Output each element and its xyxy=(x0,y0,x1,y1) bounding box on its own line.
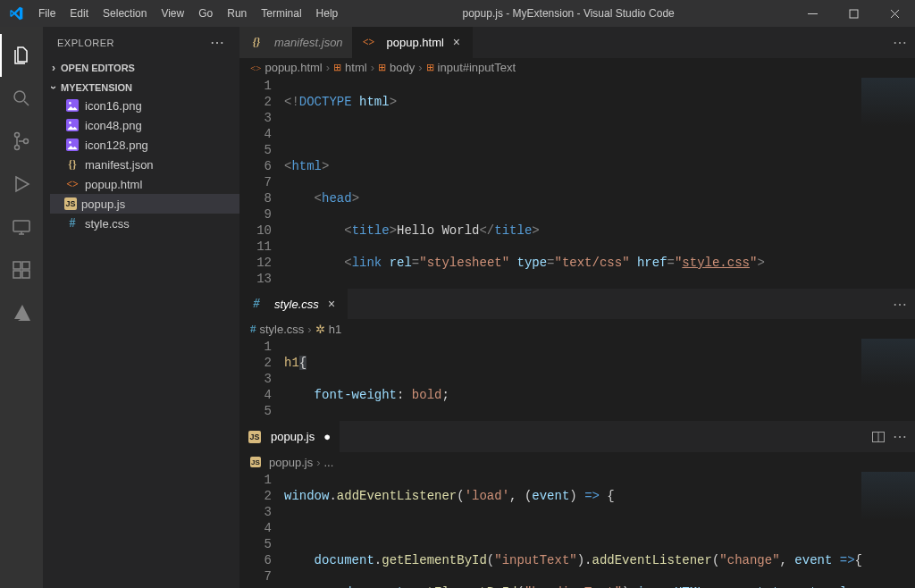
json-icon: {} xyxy=(64,158,80,172)
editor-more-icon[interactable]: ⋯ xyxy=(893,428,908,445)
minimap[interactable] xyxy=(861,472,915,525)
activity-bar xyxy=(0,27,43,588)
menu-view[interactable]: View xyxy=(154,0,191,27)
split-editor-icon[interactable] xyxy=(871,430,886,444)
html-icon: <> xyxy=(250,63,261,73)
search-icon[interactable] xyxy=(0,77,43,120)
file-icon48[interactable]: icon48.png xyxy=(50,115,239,135)
breadcrumb-mid[interactable]: # style.css › ✲ h1 xyxy=(239,319,915,339)
breadcrumb-top[interactable]: <> popup.html › ⊞ html › ⊞ body › ⊞ inpu… xyxy=(239,58,915,78)
tab-label: popup.html xyxy=(387,36,444,49)
svg-point-4 xyxy=(15,146,20,150)
code-editor-css[interactable]: 12345 h1{ font-weight: bold; color: dark… xyxy=(239,339,915,421)
file-popup-js[interactable]: JSpopup.js xyxy=(50,194,239,214)
window-title: popup.js - MyExtension - Visual Studio C… xyxy=(345,7,792,20)
minimap[interactable] xyxy=(861,339,915,392)
element-icon: ⊞ xyxy=(378,62,386,73)
minimize-button[interactable] xyxy=(792,0,833,27)
code-content[interactable]: window.addEventListener('load', (event) … xyxy=(284,472,915,588)
tab-style-css[interactable]: # style.css × xyxy=(239,289,348,320)
breadcrumb-item[interactable]: html xyxy=(345,61,367,74)
window-controls xyxy=(792,0,915,27)
file-label: style.css xyxy=(85,217,130,231)
breadcrumb-item[interactable]: h1 xyxy=(329,323,341,336)
html-icon: <> xyxy=(64,178,80,191)
js-icon: JS xyxy=(250,457,261,467)
tab-label: style.css xyxy=(274,298,319,311)
source-control-icon[interactable] xyxy=(0,120,43,163)
breadcrumb-item[interactable]: style.css xyxy=(260,323,305,336)
breadcrumb-item[interactable]: input#inputText xyxy=(438,61,516,74)
maximize-button[interactable] xyxy=(833,0,874,27)
azure-icon[interactable] xyxy=(0,291,43,334)
close-icon[interactable]: × xyxy=(324,297,339,311)
image-icon xyxy=(64,139,80,151)
svg-rect-1 xyxy=(850,10,858,18)
css-icon: # xyxy=(248,297,264,311)
code-editor-html[interactable]: 12345678910111213 <!DOCTYPE html> <html>… xyxy=(239,78,915,289)
project-section[interactable]: › MYEXTENSION xyxy=(43,80,239,96)
menu-selection[interactable]: Selection xyxy=(96,0,154,27)
code-editor-js[interactable]: 1234567 window.addEventListener('load', … xyxy=(239,472,915,588)
breadcrumb-item[interactable]: popup.js xyxy=(269,456,313,469)
svg-rect-7 xyxy=(13,262,21,269)
file-style-css[interactable]: #style.css xyxy=(50,214,239,233)
tab-label: manifest.json xyxy=(274,36,343,49)
project-label: MYEXTENSION xyxy=(61,82,132,93)
file-manifest[interactable]: {}manifest.json xyxy=(50,155,239,174)
remote-explorer-icon[interactable] xyxy=(0,206,43,248)
breadcrumb-item[interactable]: ... xyxy=(324,456,334,469)
code-content[interactable]: h1{ font-weight: bold; color: darkslateg… xyxy=(284,339,915,421)
file-popup-html[interactable]: <>popup.html xyxy=(50,174,239,194)
file-label: popup.html xyxy=(85,178,142,191)
svg-rect-0 xyxy=(808,13,818,14)
menu-help[interactable]: Help xyxy=(309,0,346,27)
tab-popup-html[interactable]: <> popup.html × xyxy=(352,27,473,58)
menu-run[interactable]: Run xyxy=(220,0,254,27)
svg-point-5 xyxy=(24,139,29,144)
tab-popup-js[interactable]: JS popup.js ● xyxy=(239,421,340,452)
json-icon: {} xyxy=(248,36,264,49)
element-icon: ⊞ xyxy=(426,62,434,73)
image-icon xyxy=(64,119,80,131)
vscode-logo-icon xyxy=(0,6,31,21)
modified-indicator: ● xyxy=(320,430,331,443)
editor-tabs-mid: # style.css × ⋯ xyxy=(239,289,915,320)
explorer-icon[interactable] xyxy=(0,34,43,77)
element-icon: ⊞ xyxy=(333,62,341,73)
close-button[interactable] xyxy=(874,0,915,27)
close-icon[interactable]: × xyxy=(449,35,464,49)
open-editors-section[interactable]: › OPEN EDITORS xyxy=(43,60,239,76)
css-icon: # xyxy=(250,322,256,336)
editor-more-icon[interactable]: ⋯ xyxy=(893,296,908,313)
menu-bar: File Edit Selection View Go Run Terminal… xyxy=(31,0,345,27)
svg-point-12 xyxy=(69,102,71,105)
menu-edit[interactable]: Edit xyxy=(63,0,96,27)
open-editors-label: OPEN EDITORS xyxy=(61,63,135,73)
titlebar: File Edit Selection View Go Run Terminal… xyxy=(0,0,915,27)
menu-file[interactable]: File xyxy=(31,0,63,27)
svg-rect-10 xyxy=(22,262,29,269)
menu-go[interactable]: Go xyxy=(191,0,220,27)
extensions-icon[interactable] xyxy=(0,248,43,291)
svg-point-14 xyxy=(69,122,71,124)
breadcrumb-item[interactable]: popup.html xyxy=(264,61,322,74)
editor-tabs-bot: JS popup.js ● ⋯ xyxy=(239,421,915,452)
editor-area: {} manifest.json <> popup.html × ⋯ <> po… xyxy=(239,27,915,588)
minimap[interactable] xyxy=(861,78,915,131)
chevron-down-icon: › xyxy=(47,80,60,95)
sidebar-more-icon[interactable]: ⋯ xyxy=(210,34,225,51)
run-debug-icon[interactable] xyxy=(0,163,43,206)
svg-rect-6 xyxy=(13,221,29,231)
tab-manifest[interactable]: {} manifest.json xyxy=(239,27,352,58)
breadcrumb-item[interactable]: body xyxy=(390,61,415,74)
file-label: popup.js xyxy=(81,197,125,211)
menu-terminal[interactable]: Terminal xyxy=(254,0,308,27)
file-icon16[interactable]: icon16.png xyxy=(50,96,239,115)
breadcrumb-bot[interactable]: JS popup.js › ... xyxy=(239,452,915,472)
code-content[interactable]: <!DOCTYPE html> <html> <head> <title>Hel… xyxy=(284,78,915,289)
explorer-sidebar: EXPLORER ⋯ › OPEN EDITORS › MYEXTENSION … xyxy=(43,27,239,588)
file-icon128[interactable]: icon128.png xyxy=(50,135,239,155)
editor-more-icon[interactable]: ⋯ xyxy=(893,34,908,51)
selector-icon: ✲ xyxy=(315,323,325,336)
